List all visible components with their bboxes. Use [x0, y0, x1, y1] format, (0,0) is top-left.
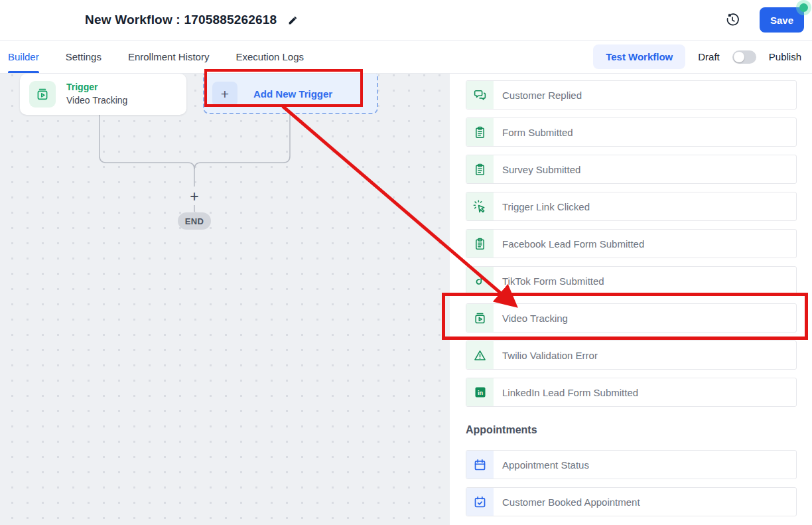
video-tracking-icon [29, 81, 56, 108]
tiktok-icon [466, 267, 494, 295]
trigger-option-trigger-link-clicked[interactable]: Trigger Link Clicked [466, 192, 797, 221]
trigger-option-tiktok-form[interactable]: TikTok Form Submitted [466, 266, 797, 295]
add-new-trigger-label: Add New Trigger [253, 88, 332, 100]
trigger-option-form-submitted[interactable]: Form Submitted [466, 117, 797, 147]
save-button-label: Save [770, 15, 793, 26]
add-new-trigger-button[interactable]: + Add New Trigger [203, 74, 378, 114]
tab-bar: Builder Settings Enrollment History Exec… [0, 40, 812, 74]
header-actions: Save [725, 7, 812, 33]
trigger-picker-panel: Customer Replied Form Submitted Survey S… [450, 74, 812, 525]
clipboard-icon [466, 155, 494, 183]
save-button[interactable]: Save [760, 7, 804, 33]
add-step-plus-button[interactable]: + [185, 188, 204, 205]
linkedin-icon [466, 378, 494, 406]
trigger-option-linkedin-lead-form[interactable]: LinkedIn Lead Form Submitted [466, 378, 797, 407]
publish-toggle[interactable] [732, 50, 756, 64]
publish-toggle-knob [734, 52, 744, 62]
trigger-option-label: Appointment Status [502, 459, 589, 471]
chat-icon [466, 81, 494, 109]
publish-label: Publish [769, 51, 801, 62]
tab-execution-logs[interactable]: Execution Logs [236, 40, 304, 73]
trigger-node-text: Trigger Video Tracking [66, 81, 127, 107]
trigger-option-label: TikTok Form Submitted [502, 275, 604, 287]
trigger-node-card[interactable]: Trigger Video Tracking [20, 74, 186, 115]
history-clock-icon[interactable] [725, 13, 740, 27]
calendar-check-icon [466, 488, 494, 516]
workflow-builder-page: New Workflow : 1705885262618 Save Builde [0, 0, 812, 525]
warning-triangle-icon [466, 341, 494, 369]
end-node: END [178, 212, 211, 230]
trigger-option-label: Trigger Link Clicked [502, 201, 590, 212]
trigger-option-survey-submitted[interactable]: Survey Submitted [466, 155, 797, 184]
tab-enrollment-history[interactable]: Enrollment History [128, 40, 210, 73]
trigger-option-label: Customer Replied [502, 90, 582, 101]
unsaved-changes-dot [799, 3, 808, 12]
trigger-option-video-tracking[interactable]: Video Tracking [466, 303, 797, 333]
trigger-option-facebook-lead-form[interactable]: Facebook Lead Form Submitted [466, 229, 797, 258]
header: New Workflow : 1705885262618 Save [0, 0, 812, 40]
trigger-option-customer-replied[interactable]: Customer Replied [466, 80, 797, 110]
video-tracking-icon [466, 304, 494, 332]
trigger-option-customer-booked-appointment[interactable]: Customer Booked Appointment [466, 487, 797, 516]
workflow-canvas[interactable]: Trigger Video Tracking + Add New Trigger… [0, 74, 450, 525]
trigger-node-title: Trigger [66, 81, 127, 94]
trigger-option-appointment-status[interactable]: Appointment Status [466, 450, 797, 479]
trigger-option-twilio-validation-error[interactable]: Twilio Validation Error [466, 340, 797, 370]
trigger-option-label: Video Tracking [502, 313, 568, 324]
clipboard-icon [466, 118, 494, 146]
clipboard-icon [466, 230, 494, 258]
branch-connector-lines [0, 74, 450, 525]
draft-label: Draft [698, 51, 720, 62]
test-workflow-button[interactable]: Test Workflow [593, 44, 685, 69]
plus-icon: + [212, 82, 237, 107]
pencil-icon[interactable] [287, 15, 299, 26]
trigger-option-label: Form Submitted [502, 127, 573, 138]
workflow-title: New Workflow : 1705885262618 [85, 13, 277, 27]
trigger-option-label: Twilio Validation Error [502, 350, 598, 361]
trigger-option-label: Survey Submitted [502, 164, 580, 175]
tab-builder[interactable]: Builder [8, 40, 39, 73]
trigger-option-label: Customer Booked Appointment [502, 496, 640, 508]
appointments-section-header: Appointments [466, 424, 812, 436]
trigger-node-subtitle: Video Tracking [66, 94, 127, 108]
tab-settings[interactable]: Settings [66, 40, 102, 73]
tab-bar-actions: Test Workflow Draft Publish [593, 44, 804, 69]
tabs: Builder Settings Enrollment History Exec… [8, 40, 304, 73]
link-click-icon [466, 192, 494, 220]
calendar-icon [466, 451, 494, 479]
trigger-option-label: LinkedIn Lead Form Submitted [502, 387, 638, 398]
trigger-option-label: Facebook Lead Form Submitted [502, 238, 644, 250]
